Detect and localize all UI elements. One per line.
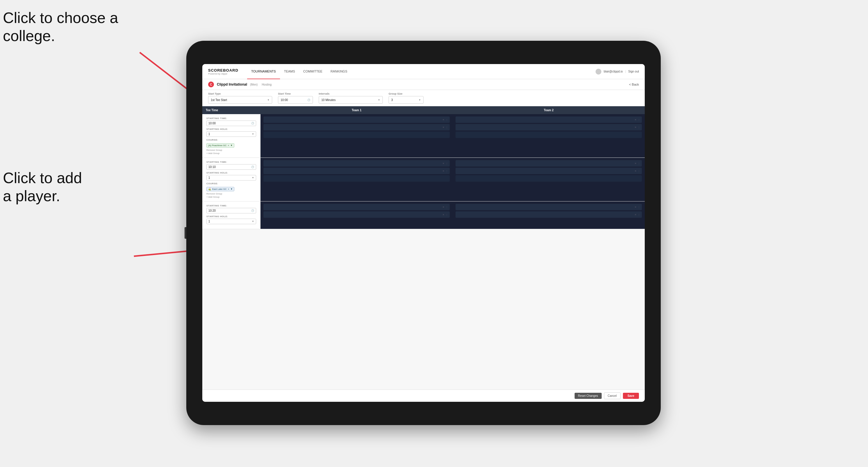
sign-out-link[interactable]: Sign out: [628, 70, 639, 73]
starting-time-field-1[interactable]: 10:00 🕐: [206, 121, 256, 126]
start-time-control: Start Time 10:00 🕐: [278, 92, 313, 104]
x-icon: ✕: [634, 170, 637, 173]
annotation-choose-college: Click to choose a college.: [3, 9, 118, 45]
reset-changes-button[interactable]: Reset Changes: [575, 393, 602, 399]
footer: Reset Changes Cancel Save: [202, 390, 645, 402]
chevron-course-icon-2: ▼: [230, 188, 232, 190]
intervals-control: Intervals 10 Minutes ▼: [319, 92, 383, 104]
player-slot[interactable]: ✕ ⋮: [456, 117, 642, 123]
player-slot-empty[interactable]: [264, 175, 450, 182]
player-slot[interactable]: ✕ ⋮: [456, 211, 642, 218]
starting-hole-label-1: STARTING HOLE:: [206, 128, 256, 130]
x-icon: ✕: [634, 206, 637, 209]
expand-icon: ⋮: [638, 170, 640, 173]
x-icon: ✕: [442, 119, 444, 121]
tablet-screen: SCOREBOARD Powered by clippd TOURNAMENTS…: [202, 64, 645, 402]
course-tag-1[interactable]: (A) Peachtree GC × ▼: [206, 143, 234, 148]
player-slot[interactable]: ✕ ⋮: [264, 117, 450, 123]
hosting-label: Hosting: [262, 83, 272, 86]
chevron-down-icon-2: ▼: [378, 99, 380, 101]
expand-icon: ⋮: [446, 170, 448, 173]
remove-group-2[interactable]: Remove Group: [206, 192, 256, 195]
course-label-2: COURSE:: [206, 182, 256, 185]
tournament-tag: (Men): [250, 83, 258, 86]
player-slot[interactable]: ✕ ⋮: [456, 204, 642, 210]
player-slot[interactable]: ✕ ⋮: [264, 204, 450, 210]
close-icon-1[interactable]: ×: [228, 144, 229, 147]
expand-icon: ⋮: [446, 162, 448, 165]
back-button[interactable]: < Back: [629, 83, 639, 86]
player-slot-empty[interactable]: [456, 175, 642, 182]
x-icon: ✕: [442, 162, 444, 165]
clock-icon-3: 🕐: [251, 209, 254, 212]
add-group-2[interactable]: + Add Group: [206, 196, 256, 198]
starting-hole-label-3: STARTING HOLE:: [206, 215, 256, 218]
remove-group-1[interactable]: Remove Group: [206, 149, 256, 151]
expand-icon: ⋮: [638, 162, 640, 165]
start-time-select[interactable]: 10:00 🕐: [278, 96, 313, 104]
starting-time-label-2: STARTING TIME:: [206, 161, 256, 163]
player-slot[interactable]: ✕ ⋮: [264, 160, 450, 166]
group-size-select[interactable]: 3 ▼: [389, 96, 424, 104]
add-group-1[interactable]: + Add Group: [206, 152, 256, 155]
cancel-button[interactable]: Cancel: [604, 393, 621, 399]
nav-teams[interactable]: TEAMS: [280, 64, 299, 79]
starting-time-field-3[interactable]: 10:20 🕐: [206, 208, 256, 213]
nav-committee[interactable]: COMMITTEE: [299, 64, 327, 79]
team2-slots-2: ✕ ⋮ ✕ ⋮: [453, 158, 645, 201]
table-row: STARTING TIME: 10:10 🕐 STARTING HOLE: 1 …: [202, 158, 645, 201]
start-type-label: Start Type: [208, 92, 272, 95]
tablet-device: SCOREBOARD Powered by clippd TOURNAMENTS…: [186, 41, 661, 425]
tablet-side-button: [185, 227, 186, 239]
starting-time-label-1: STARTING TIME:: [206, 117, 256, 120]
main-content: STARTING TIME: 10:00 🕐 STARTING HOLE: 1 …: [202, 114, 645, 390]
expand-icon: ⋮: [446, 119, 448, 121]
table-row: STARTING TIME: 10:20 🕐 STARTING HOLE: 1 …: [202, 201, 645, 229]
brand-subtitle: Powered by clippd: [208, 72, 238, 75]
starting-hole-field-3[interactable]: 1 ▼: [206, 219, 256, 224]
course-tag-2[interactable]: ⛳ East Lake GC × ▼: [206, 187, 234, 191]
intervals-label: Intervals: [319, 92, 383, 95]
x-icon: ✕: [634, 119, 637, 121]
intervals-select[interactable]: 10 Minutes ▼: [319, 96, 383, 104]
save-button[interactable]: Save: [623, 393, 639, 399]
starting-hole-field-2[interactable]: 1 ▼: [206, 175, 256, 181]
expand-icon: ⋮: [446, 126, 448, 129]
nav-user: blair@clippd.io | Sign out: [595, 69, 639, 74]
expand-icon: ⋮: [638, 119, 640, 121]
close-icon-2[interactable]: ×: [228, 188, 229, 190]
starting-time-field-2[interactable]: 10:10 🕐: [206, 164, 256, 170]
starting-hole-field-1[interactable]: 1 ▼: [206, 131, 256, 137]
player-slot[interactable]: ✕ ⋮: [456, 160, 642, 166]
start-type-control: Start Type 1st Tee Start ▼: [208, 92, 272, 104]
chevron-course-icon-1: ▼: [230, 144, 232, 147]
x-icon: ✕: [442, 170, 444, 173]
chevron-icon-3: ▼: [252, 220, 254, 223]
x-icon: ✕: [442, 206, 444, 209]
nav-tournaments[interactable]: TOURNAMENTS: [247, 64, 280, 79]
player-slot[interactable]: ✕ ⋮: [456, 124, 642, 130]
nav-rankings[interactable]: RANKINGS: [327, 64, 351, 79]
player-slot[interactable]: ✕ ⋮: [264, 168, 450, 174]
chevron-down-icon-3: ▼: [418, 99, 421, 101]
player-slot-empty[interactable]: [456, 132, 642, 138]
nav-bar: SCOREBOARD Powered by clippd TOURNAMENTS…: [202, 64, 645, 79]
starting-time-label-3: STARTING TIME:: [206, 205, 256, 207]
player-slot[interactable]: ✕ ⋮: [264, 211, 450, 218]
group-left-2: STARTING TIME: 10:10 🕐 STARTING HOLE: 1 …: [202, 158, 260, 201]
brand-logo: SCOREBOARD Powered by clippd: [208, 68, 238, 75]
clippd-logo: C: [208, 82, 214, 87]
player-slot[interactable]: ✕ ⋮: [264, 124, 450, 130]
player-slot-empty[interactable]: [264, 132, 450, 138]
expand-icon: ⋮: [446, 206, 448, 209]
player-slot[interactable]: ✕ ⋮: [456, 168, 642, 174]
x-icon: ✕: [442, 213, 444, 216]
x-icon: ✕: [634, 162, 637, 165]
th-team2: Team 2: [453, 106, 645, 114]
start-type-select[interactable]: 1st Tee Start ▼: [208, 96, 272, 104]
group-left-1: STARTING TIME: 10:00 🕐 STARTING HOLE: 1 …: [202, 114, 260, 157]
th-tee-time: Tee Time: [202, 106, 260, 114]
annotation-add-player: Click to add a player.: [3, 169, 82, 205]
controls-row: Start Type 1st Tee Start ▼ Start Time 10…: [202, 90, 645, 106]
chevron-icon-2: ▼: [252, 177, 254, 179]
